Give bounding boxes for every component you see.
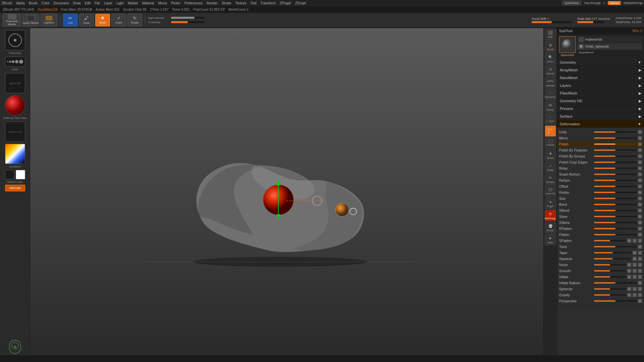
edit-button[interactable]: ✏ Edit	[63, 14, 78, 26]
resym-row[interactable]: ReSym R	[557, 177, 644, 183]
alternate-button[interactable]: Alternate	[5, 185, 25, 191]
flatten-row[interactable]: Flatten R	[557, 232, 644, 238]
polyf-button[interactable]: ◈ PolyF	[545, 198, 556, 209]
alpha-preview[interactable]: Alpha Off	[5, 73, 25, 93]
inflate-y-btn[interactable]: Y	[633, 275, 637, 279]
taper-row[interactable]: Taper R 2	[557, 250, 644, 256]
dots-preview[interactable]	[5, 57, 25, 67]
sbend-r-btn[interactable]: R	[638, 208, 642, 213]
inflate-balloon-row[interactable]: Inflate Balloon R	[557, 280, 644, 286]
texture-preview[interactable]: Texture Off	[5, 122, 25, 142]
taper-r-btn[interactable]: R	[633, 251, 637, 255]
unify-r-btn[interactable]: R	[638, 130, 642, 134]
menu-preferences[interactable]: Preferences	[184, 1, 203, 5]
relax-row[interactable]: Relax R	[557, 165, 644, 171]
menu-render[interactable]: Render	[207, 1, 218, 5]
menu-picker[interactable]: Picker	[171, 1, 180, 5]
rotate-button[interactable]: ↻ Rotate	[127, 14, 142, 26]
aahalf-button[interactable]: AA½ AAHalf	[545, 77, 556, 88]
quick-sketch-button[interactable]: Quick Sketch	[22, 14, 39, 26]
menus-button[interactable]: Menus	[608, 1, 621, 5]
menu-zbrush[interactable]: ZBrush	[1, 1, 12, 5]
smooth-2-btn[interactable]: 2	[638, 269, 642, 273]
xyz-button[interactable]: X Y Z	[545, 125, 556, 137]
polish-features-row[interactable]: Polish By Features R	[557, 147, 644, 153]
menu-stroke[interactable]: Stroke	[222, 1, 231, 5]
right-move-button[interactable]: ✥ Move	[545, 149, 556, 161]
menu-material[interactable]: Material	[142, 1, 154, 5]
linefill-button[interactable]: Line Fill	[545, 186, 556, 197]
gradient-preview[interactable]	[5, 144, 25, 164]
actual-button[interactable]: ⊡ Actual	[545, 65, 556, 76]
noise-row[interactable]: Noise R Y 2	[557, 262, 644, 268]
menu-brush[interactable]: Brush	[29, 1, 38, 5]
canvas-area[interactable]	[30, 27, 557, 355]
bend-row[interactable]: Bend R	[557, 201, 644, 207]
spherize-y-btn[interactable]: Y	[633, 287, 637, 291]
brush-preview[interactable]	[5, 30, 25, 50]
noise-r-btn[interactable]: R	[627, 263, 631, 267]
inflate-2-btn[interactable]: 2	[638, 275, 642, 279]
menu-zscript[interactable]: ZScript	[295, 1, 306, 5]
foreground-color[interactable]	[5, 170, 14, 179]
right-rotate-button[interactable]: ↻ Rotate	[545, 174, 556, 185]
scale-button[interactable]: ⤢ Scale	[111, 14, 126, 26]
relax-r-btn[interactable]: R	[638, 166, 642, 170]
mirror-row[interactable]: Mirror R	[557, 135, 644, 141]
sskew-r-btn[interactable]: R	[638, 221, 642, 225]
deformation-header[interactable]: Deformation ▼	[557, 120, 644, 128]
bagroup-button[interactable]: 🔴 BaGroup	[545, 210, 556, 221]
smart-resym-row[interactable]: Smart ReSym R	[557, 171, 644, 177]
lsym-button[interactable]: L Sym	[545, 113, 556, 125]
brill-button[interactable]: Brill	[545, 29, 556, 40]
sskew-row[interactable]: SSkew R	[557, 220, 644, 226]
menu-movie[interactable]: Movie	[158, 1, 167, 5]
pm3d-sphere3d-item[interactable]: PM3D_Sphere3D	[577, 43, 642, 50]
perspective-r-btn[interactable]: R	[638, 299, 642, 303]
taper-2-btn[interactable]: 2	[638, 251, 642, 255]
mirror-r-btn[interactable]: R	[638, 136, 642, 140]
spherize-2-btn[interactable]: 2	[638, 287, 642, 291]
rflatten-r-btn[interactable]: R	[638, 227, 642, 231]
menu-document[interactable]: Document	[54, 1, 69, 5]
menu-layer[interactable]: Layer	[104, 1, 112, 5]
smooth-row[interactable]: Smooth R Y 2	[557, 268, 644, 274]
gravity-row[interactable]: Gravity R Y 2	[557, 292, 644, 298]
smooth-r-btn[interactable]: R	[627, 269, 631, 273]
squeeze-2-btn[interactable]: 2	[638, 257, 642, 261]
persp-button[interactable]: 3D Persp	[545, 101, 556, 113]
polish-crisp-r-btn[interactable]: R	[638, 160, 642, 164]
sflatten-r-btn[interactable]: R	[627, 239, 631, 243]
spherize-row[interactable]: Spherize R Y 2	[557, 286, 644, 292]
sphere3d-item[interactable]: Sphere3D1	[559, 36, 576, 57]
inflate-row[interactable]: Inflate R Y 2	[557, 274, 644, 280]
menu-light[interactable]: Light	[116, 1, 124, 5]
polymesh3d-item[interactable]: PolyMesh3D	[577, 36, 642, 43]
size-row[interactable]: Size R	[557, 195, 644, 201]
offset-r-btn[interactable]: R	[638, 184, 642, 188]
draw-button[interactable]: 🖊 Draw	[79, 14, 94, 26]
material-preview[interactable]	[5, 95, 25, 115]
menu-draw[interactable]: Draw	[73, 1, 80, 5]
size-r-btn[interactable]: R	[638, 196, 642, 200]
fibermesh-header[interactable]: FiberMesh ▶	[557, 89, 644, 97]
simplemesh-item[interactable]: SimpleBrush	[577, 50, 642, 55]
noise-2-btn[interactable]: 2	[638, 263, 642, 267]
menu-zplugin[interactable]: ZPlugin	[280, 1, 291, 5]
smooth-y-btn[interactable]: Y	[633, 269, 637, 273]
move-button[interactable]: ✥ Move	[95, 14, 110, 26]
polish-features-r-btn[interactable]: R	[638, 148, 642, 152]
gravity-2-btn[interactable]: 2	[638, 293, 642, 297]
nanomesh-header[interactable]: NanoMesh ▶	[557, 74, 644, 81]
sflatten-2-btn[interactable]: 2	[638, 239, 642, 243]
deform-rotate-r-btn[interactable]: R	[638, 190, 642, 194]
background-color[interactable]	[16, 170, 25, 179]
twist-row[interactable]: Twist R	[557, 244, 644, 250]
skew-r-btn[interactable]: R	[638, 215, 642, 219]
deform-rotate-row[interactable]: Rotate R	[557, 189, 644, 195]
offset-row[interactable]: Offset R	[557, 183, 644, 189]
surface-header[interactable]: Surface ▶	[557, 113, 644, 120]
flatten-r-btn[interactable]: R	[638, 233, 642, 237]
geometry-hd-header[interactable]: Geometry HD ▶	[557, 97, 644, 105]
skew-row[interactable]: Skew R	[557, 214, 644, 220]
